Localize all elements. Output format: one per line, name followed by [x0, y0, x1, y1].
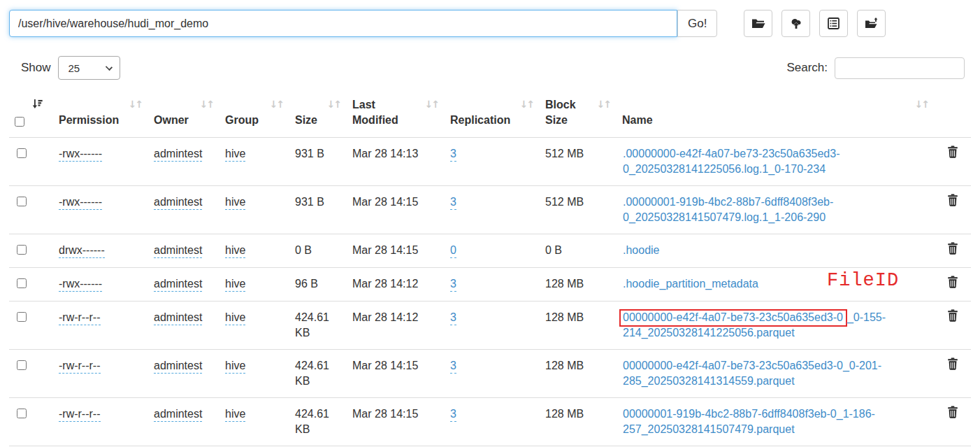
group-value[interactable]: hive — [225, 278, 245, 292]
name-cell: .hoodie_partition_metadata — [614, 267, 932, 301]
file-link[interactable]: .hoodie — [623, 244, 660, 256]
row-select-cell — [9, 185, 51, 234]
file-link[interactable]: .hoodie_partition_metadata — [623, 278, 758, 290]
table-row: -rw-r--r-- admintest hive 424.61 KB Mar … — [9, 397, 971, 446]
owner-value[interactable]: admintest — [154, 360, 202, 374]
search-input[interactable] — [835, 57, 965, 79]
replication-cell: 3 — [442, 137, 538, 185]
replication-value[interactable]: 3 — [450, 408, 456, 422]
owner-value[interactable]: admintest — [154, 311, 202, 325]
permission-cell: -rw-r--r-- — [51, 301, 146, 349]
delete-button[interactable] — [947, 242, 958, 255]
replication-value[interactable]: 3 — [450, 360, 456, 374]
owner-value[interactable]: admintest — [154, 278, 202, 292]
replication-value[interactable]: 3 — [450, 148, 456, 162]
owner-value[interactable]: admintest — [154, 408, 202, 422]
header-select-all[interactable] — [9, 94, 51, 137]
group-cell: hive — [217, 267, 287, 301]
file-link[interactable]: .00000001-919b-4bc2-88b7-6dff8408f3eb-0_… — [623, 196, 833, 223]
header-replication[interactable]: Replication ↓↑ — [442, 94, 538, 137]
header-owner[interactable]: Owner ↓↑ — [146, 94, 217, 137]
replication-value[interactable]: 0 — [450, 244, 456, 258]
owner-cell: admintest — [146, 234, 217, 267]
group-value[interactable]: hive — [225, 244, 245, 258]
row-checkbox[interactable] — [17, 312, 27, 322]
row-checkbox[interactable] — [17, 245, 27, 255]
delete-button[interactable] — [947, 309, 958, 322]
actions-cell — [932, 137, 971, 185]
block-size-value: 128 MB — [538, 301, 614, 349]
file-link[interactable]: 00000000-e42f-4a07-be73-23c50a635ed3-0_0… — [623, 360, 881, 387]
permission-value[interactable]: drwx------ — [59, 244, 105, 258]
group-value[interactable]: hive — [225, 408, 245, 422]
search-label: Search: — [786, 61, 828, 75]
group-cell: hive — [217, 234, 287, 267]
modified-value: Mar 28 14:12 — [345, 301, 442, 349]
group-value[interactable]: hive — [225, 148, 245, 162]
trash-icon — [947, 406, 958, 418]
row-checkbox[interactable] — [17, 360, 27, 370]
select-all-checkbox[interactable] — [15, 117, 24, 127]
actions-cell — [932, 349, 971, 397]
file-list-button[interactable] — [819, 10, 848, 37]
row-checkbox[interactable] — [17, 148, 27, 158]
permission-cell: -rw-r--r-- — [51, 397, 146, 446]
replication-cell: 3 — [442, 185, 538, 234]
go-button[interactable]: Go! — [677, 10, 717, 37]
modified-value: Mar 28 14:12 — [345, 267, 442, 301]
row-checkbox[interactable] — [17, 278, 27, 288]
path-input[interactable] — [9, 10, 677, 37]
owner-value[interactable]: admintest — [154, 196, 202, 210]
delete-button[interactable] — [947, 146, 958, 158]
delete-button[interactable] — [947, 276, 958, 288]
permission-value[interactable]: -rw-r--r-- — [59, 311, 101, 325]
open-folder-button[interactable] — [744, 10, 772, 37]
sort-icon: ↓↑ — [200, 99, 213, 109]
replication-value[interactable]: 3 — [450, 311, 456, 325]
group-value[interactable]: hive — [225, 196, 245, 210]
row-checkbox[interactable] — [17, 409, 27, 418]
header-name[interactable]: Name ↓↑ — [614, 94, 932, 137]
row-checkbox[interactable] — [17, 197, 27, 206]
size-value: 424.61 KB — [287, 397, 345, 446]
actions-cell — [932, 185, 971, 234]
fileid-highlight-box: 00000000-e42f-4a07-be73-23c50a635ed3-0 — [619, 309, 847, 327]
header-actions — [932, 94, 971, 137]
permission-value[interactable]: -rw-r--r-- — [59, 408, 101, 422]
size-value: 931 B — [287, 137, 345, 185]
group-value[interactable]: hive — [225, 311, 245, 325]
file-link[interactable]: 00000001-919b-4bc2-88b7-6dff8408f3eb-0_1… — [623, 408, 875, 435]
owner-value[interactable]: admintest — [154, 148, 202, 162]
header-block-size[interactable]: Block Size ↓↑ — [538, 94, 614, 137]
delete-button[interactable] — [947, 357, 958, 370]
header-last-modified[interactable]: Last Modified ↓↑ — [345, 94, 442, 137]
permission-value[interactable]: -rw-r--r-- — [59, 360, 101, 374]
permission-value[interactable]: -rwx------ — [59, 278, 102, 292]
permission-cell: -rw-r--r-- — [51, 349, 146, 397]
group-value[interactable]: hive — [225, 360, 245, 374]
show-entries-group: Show 25 — [21, 56, 120, 80]
header-size[interactable]: Size ↓↑ — [287, 94, 345, 137]
file-link[interactable]: 00000000-e42f-4a07-be73-23c50a635ed3-0_0… — [623, 311, 886, 339]
replication-cell: 0 — [442, 234, 538, 267]
delete-button[interactable] — [947, 194, 958, 206]
group-cell: hive — [217, 397, 287, 446]
replication-cell: 3 — [442, 397, 538, 446]
replication-value[interactable]: 3 — [450, 196, 456, 210]
upload-button[interactable] — [781, 10, 810, 37]
modified-value: Mar 28 14:15 — [345, 185, 442, 234]
replication-value[interactable]: 3 — [450, 278, 456, 292]
header-permission[interactable]: Permission ↓↑ — [51, 94, 146, 137]
file-link[interactable]: .00000000-e42f-4a07-be73-23c50a635ed3-0_… — [623, 148, 840, 175]
row-select-cell — [9, 301, 51, 349]
new-folder-button[interactable] — [857, 10, 886, 37]
block-size-value: 512 MB — [538, 137, 614, 185]
permission-value[interactable]: -rwx------ — [59, 196, 102, 210]
header-group[interactable]: Group ↓↑ — [217, 94, 287, 137]
permission-value[interactable]: -rwx------ — [59, 148, 102, 162]
show-entries-select[interactable]: 25 — [58, 56, 120, 80]
group-cell: hive — [217, 301, 287, 349]
delete-button[interactable] — [947, 406, 958, 418]
table-row: -rwx------ admintest hive 931 B Mar 28 1… — [9, 185, 971, 234]
owner-value[interactable]: admintest — [154, 244, 202, 258]
